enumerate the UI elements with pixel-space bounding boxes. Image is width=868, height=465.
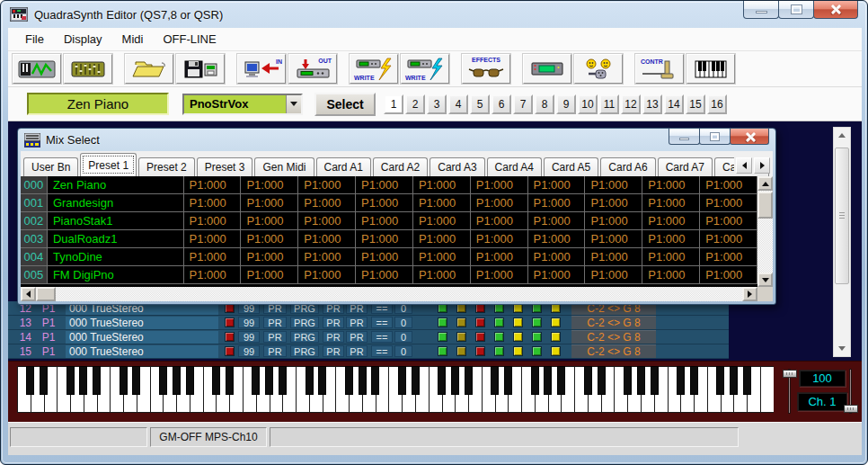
toolbar-midi-out-button[interactable]: OUT: [288, 54, 337, 84]
mixer-cell[interactable]: 0: [394, 317, 412, 328]
mixer-cell[interactable]: ==: [371, 331, 393, 343]
mixer-program-name[interactable]: 000 TrueStereo: [66, 331, 218, 344]
mixer-cell[interactable]: ==: [371, 345, 393, 357]
channel-button-13[interactable]: 13: [642, 94, 662, 114]
mix-vscroll-thumb[interactable]: [757, 192, 773, 219]
close-button[interactable]: [813, 1, 858, 19]
piano-black-key[interactable]: [677, 366, 685, 395]
piano-black-key[interactable]: [345, 366, 353, 395]
mixer-cell[interactable]: PR: [346, 317, 368, 328]
red-led[interactable]: [475, 317, 485, 327]
mixer-level[interactable]: 99: [238, 331, 260, 343]
olive-led[interactable]: [456, 332, 466, 342]
piano-black-key[interactable]: [651, 366, 659, 395]
channel-button-8[interactable]: 8: [535, 94, 554, 114]
mixer-level[interactable]: 99: [238, 345, 260, 357]
piano-black-key[interactable]: [690, 366, 698, 395]
mixer-key-range[interactable]: C-2 <> G 8: [571, 344, 656, 358]
mix-horizontal-scrollbar[interactable]: [21, 287, 773, 301]
mixer-bank[interactable]: P1: [39, 345, 58, 358]
slider-thumb[interactable]: [844, 405, 858, 413]
mix-cell[interactable]: P1:000: [356, 212, 413, 229]
mixer-key-range[interactable]: C-2 <> G 8: [571, 330, 656, 344]
mixer-cell[interactable]: PR: [323, 317, 344, 328]
mix-cell[interactable]: P1:000: [413, 176, 471, 193]
piano-black-key[interactable]: [265, 366, 273, 395]
toolbar-save-disk-button[interactable]: [176, 54, 225, 84]
editor-vertical-scrollbar[interactable]: [833, 127, 851, 357]
chevron-down-icon[interactable]: [286, 95, 301, 113]
select-button[interactable]: Select: [314, 93, 376, 116]
red-led[interactable]: [475, 346, 485, 356]
mix-cell[interactable]: P1:000: [241, 176, 298, 193]
volume-slider[interactable]: [783, 367, 797, 416]
mix-cell[interactable]: P1:000: [700, 212, 757, 229]
mute-led[interactable]: [225, 332, 235, 342]
mixer-cell[interactable]: PRG: [290, 331, 319, 343]
channel-slider[interactable]: [844, 367, 858, 416]
mix-cell[interactable]: P1:000: [413, 212, 471, 229]
mix-cell[interactable]: P1:000: [184, 230, 242, 247]
mix-table-row-002[interactable]: 002PianoStak1P1:000P1:000P1:000P1:000P1:…: [21, 212, 757, 230]
yellow-led[interactable]: [551, 346, 561, 356]
piano-black-key[interactable]: [79, 366, 87, 395]
mute-led[interactable]: [225, 346, 235, 356]
tab-card-a1[interactable]: Card A1: [316, 157, 371, 176]
channel-button-3[interactable]: 3: [427, 94, 447, 114]
mix-cell[interactable]: P1:000: [471, 176, 528, 193]
mix-cell[interactable]: P1:000: [642, 176, 700, 193]
mix-cell[interactable]: P1:000: [241, 230, 298, 247]
green-led[interactable]: [532, 332, 542, 342]
piano-black-key[interactable]: [186, 366, 194, 395]
mix-cell[interactable]: P1:000: [585, 194, 642, 211]
piano-black-key[interactable]: [730, 366, 738, 395]
tab-card-a2[interactable]: Card A2: [373, 157, 428, 176]
mix-cell[interactable]: P1:000: [528, 194, 586, 211]
editor-scrollbar-thumb[interactable]: [835, 148, 849, 284]
tab-card-a5[interactable]: Card A5: [544, 157, 598, 176]
mixer-level[interactable]: 99: [238, 317, 260, 328]
mix-table-row-001[interactable]: 001GrandesignP1:000P1:000P1:000P1:000P1:…: [21, 194, 757, 212]
piano-black-key[interactable]: [132, 366, 140, 395]
mix-cell[interactable]: P1:000: [528, 230, 586, 247]
tab-card-a7[interactable]: Card A7: [658, 157, 713, 176]
mix-cell[interactable]: P1:000: [585, 230, 642, 247]
piano-black-key[interactable]: [557, 366, 565, 395]
mix-cell[interactable]: P1:000: [528, 212, 586, 229]
yellow-led[interactable]: [551, 332, 561, 342]
mixer-row-15[interactable]: 15P1000 TrueStereo99PRPRGPRPR==0C-2 <> G…: [8, 344, 729, 359]
mixer-cell[interactable]: PR: [346, 331, 368, 343]
green-led[interactable]: [438, 332, 447, 342]
mixer-row-14[interactable]: 14P1000 TrueStereo99PRPRGPRPR==0C-2 <> G…: [8, 330, 729, 344]
mix-cell[interactable]: P1:000: [356, 176, 413, 193]
mixer-row-13[interactable]: 13P1000 TrueStereo99PRPRGPRPR==0C-2 <> G…: [8, 316, 729, 330]
mix-cell[interactable]: P1:000: [298, 194, 356, 211]
mix-cell[interactable]: P1:000: [356, 248, 413, 265]
mixer-cell[interactable]: PR: [263, 317, 287, 328]
tab-card-a6[interactable]: Card A6: [600, 157, 655, 176]
menu-item-off-line[interactable]: OFF-LINE: [153, 29, 226, 49]
mix-cell[interactable]: P1:000: [413, 266, 471, 283]
tab-preset-2[interactable]: Preset 2: [138, 157, 195, 176]
green-led[interactable]: [438, 317, 447, 327]
mix-cell[interactable]: P1:000: [413, 230, 471, 247]
green-led[interactable]: [494, 346, 504, 356]
menu-item-file[interactable]: File: [15, 29, 54, 49]
piano-black-key[interactable]: [173, 366, 181, 395]
mix-close-button[interactable]: [730, 129, 769, 145]
mix-cell[interactable]: P1:000: [700, 230, 757, 247]
mix-vertical-scrollbar[interactable]: [757, 176, 773, 287]
channel-button-7[interactable]: 7: [513, 94, 533, 114]
piano-black-key[interactable]: [743, 366, 751, 395]
mix-cell[interactable]: P1:000: [528, 248, 586, 265]
piano-black-key[interactable]: [318, 366, 326, 395]
channel-button-14[interactable]: 14: [664, 94, 684, 114]
toolbar-midi-thru-button[interactable]: [574, 54, 623, 84]
yellow-led[interactable]: [513, 346, 523, 356]
piano-black-key[interactable]: [159, 366, 167, 395]
mix-cell[interactable]: P1:000: [642, 194, 700, 211]
piano-white-key[interactable]: [760, 366, 774, 413]
channel-button-2[interactable]: 2: [405, 94, 425, 114]
toolbar-write-flash-user-button[interactable]: WRITE: [350, 54, 398, 84]
patch-combobox[interactable]: PnoStrVox: [182, 94, 303, 115]
